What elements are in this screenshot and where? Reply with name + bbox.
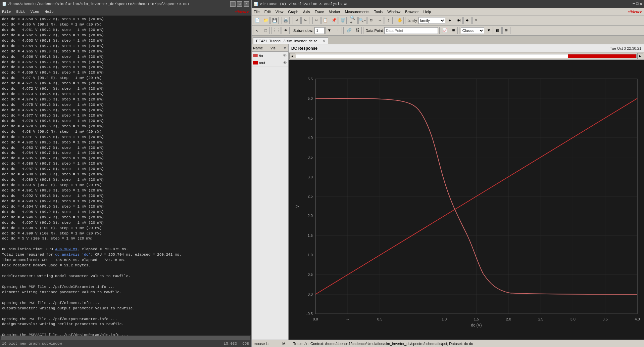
dc-line: dc: dc = 4.959 V (99.2 %), step = 1 mV (… bbox=[2, 17, 249, 22]
left-close-btn[interactable]: ✕ bbox=[244, 1, 249, 7]
right-menu-trace[interactable]: Trace bbox=[315, 10, 324, 14]
left-menu-edit[interactable]: Edit bbox=[16, 10, 25, 14]
tb-open-btn[interactable]: 📁 bbox=[262, 17, 270, 24]
right-minimize-btn[interactable]: ─ bbox=[633, 2, 635, 6]
right-menu-help[interactable]: Help bbox=[424, 10, 431, 14]
left-menu-file[interactable]: File bbox=[2, 10, 11, 14]
tb-zoom-out-btn[interactable]: 🔍- bbox=[358, 17, 366, 24]
right-menu-measurements[interactable]: Measurements bbox=[345, 10, 369, 14]
tb-zoom-y-btn[interactable]: ↕ bbox=[385, 17, 393, 24]
left-bottombar: 19 plot new graph subwindow L5,033 C58 bbox=[0, 340, 251, 347]
right-menubar: File Edit View Graph Axis Trace Marker M… bbox=[252, 8, 644, 15]
tb-view-btn2[interactable]: ⊟ bbox=[502, 27, 510, 34]
right-maximize-btn[interactable]: □ bbox=[636, 2, 639, 6]
left-menu-view[interactable]: View bbox=[31, 10, 39, 14]
right-menu-window[interactable]: Window bbox=[387, 10, 400, 14]
tb-delete-btn[interactable]: 🗑️ bbox=[339, 17, 347, 24]
dc-analysis-link[interactable]: dc_analysis 'dc' bbox=[55, 253, 91, 257]
svg-text:--: -- bbox=[346, 317, 349, 321]
tb-zoom-fit-btn[interactable]: ⊡ bbox=[367, 17, 375, 24]
left-panel: 🗒️ /home/abenok1/cadence/simulation/sim_… bbox=[0, 0, 252, 347]
left-minimize-btn[interactable]: ─ bbox=[230, 1, 236, 7]
nav-track[interactable] bbox=[296, 54, 637, 58]
tab-ee421[interactable]: EE421_Tutorial_3 sim_inverter_dc sc... ✕ bbox=[253, 37, 328, 44]
tb-zoom-in-btn[interactable]: 🔍+ bbox=[350, 17, 358, 24]
signal-out-vis-icon[interactable]: 👁 bbox=[283, 60, 287, 65]
family-label: family bbox=[407, 18, 417, 23]
tb-sep-3 bbox=[311, 17, 311, 24]
tb-grid-btn[interactable]: ⋮⋮ bbox=[273, 27, 281, 34]
right-menu-file[interactable]: File bbox=[254, 10, 260, 14]
tb-unlink-btn[interactable]: ⛓ bbox=[354, 27, 362, 34]
tb-pan-btn[interactable]: ✋ bbox=[396, 17, 404, 24]
nav-left-btn[interactable]: ◀ bbox=[289, 53, 295, 59]
nav-right-btn[interactable]: ▶ bbox=[637, 53, 643, 59]
tb-paste-btn[interactable]: 📌 bbox=[330, 17, 338, 24]
tab-close-btn[interactable]: ✕ bbox=[323, 39, 325, 43]
signal-header: Name Vis ▼ bbox=[252, 44, 288, 52]
tb-print-btn[interactable]: 🖨️ bbox=[282, 17, 290, 24]
svg-text:5.0: 5.0 bbox=[308, 96, 313, 100]
right-panel: 📊 Virtuoso (R) Visualization & Analysis … bbox=[252, 0, 644, 347]
left-scrollbar-h[interactable] bbox=[0, 336, 251, 340]
tb-zoom-x-btn[interactable]: ↔ bbox=[376, 17, 384, 24]
tb-link-btn[interactable]: 🔗 bbox=[345, 27, 353, 34]
tb-cursor-btn[interactable]: ↖ bbox=[253, 27, 261, 34]
dc-line: dc: dc = 4.974 V (99.5 %), step = 1 mV (… bbox=[2, 97, 249, 102]
left-maximize-btn[interactable]: □ bbox=[237, 1, 242, 7]
data-point-input[interactable] bbox=[384, 27, 438, 34]
tb-chart-btn[interactable]: 📈 bbox=[441, 27, 449, 34]
svg-text:2.0: 2.0 bbox=[308, 214, 313, 218]
tb-classic-more-btn[interactable]: ▼ bbox=[485, 27, 493, 34]
signal-out-color bbox=[253, 61, 258, 64]
tb-family-btn3[interactable]: ⏭ bbox=[463, 17, 472, 24]
signal-in-color bbox=[253, 54, 258, 57]
tb-sep-1 bbox=[280, 17, 280, 24]
right-menu-graph[interactable]: Graph bbox=[288, 10, 298, 14]
dc-line: dc: dc = 4.993 V (99.9 %), step = 1 mV (… bbox=[2, 199, 249, 204]
tb-more-btn[interactable]: » bbox=[472, 17, 480, 24]
classic-select[interactable]: Classic bbox=[461, 27, 484, 34]
dc-line: dc: dc = 4.961 V (99.2 %), step = 1 mV (… bbox=[2, 28, 249, 33]
tb-redo-btn[interactable]: ↪ bbox=[301, 17, 309, 24]
plot-svg[interactable]: -0.5 0.0 0.5 1.0 1.5 2.0 2.5 3.0 3.5 4.0… bbox=[289, 60, 644, 340]
signal-out-item[interactable]: /out 👁 bbox=[252, 59, 288, 67]
tb-sub-arrow-btn[interactable]: ▼ bbox=[325, 27, 333, 34]
left-content[interactable]: dc: dc = 4.959 V (99.2 %), step = 1 mV (… bbox=[0, 15, 251, 336]
tb-family-btn1[interactable]: ▶ bbox=[446, 17, 454, 24]
subwindow-input[interactable] bbox=[314, 27, 325, 34]
tb-select-btn[interactable]: ⬚ bbox=[262, 27, 270, 34]
left-titlebar: 🗒️ /home/abenok1/cadence/simulation/sim_… bbox=[0, 0, 251, 8]
tb-table-btn[interactable]: ⊞ bbox=[450, 27, 458, 34]
signal-in-item[interactable]: /in 👁 bbox=[252, 52, 288, 59]
tb-cut-btn[interactable]: ✂ bbox=[312, 17, 320, 24]
bottom-coords: L5,033 C58 bbox=[224, 342, 249, 346]
right-menu-edit[interactable]: Edit bbox=[264, 10, 271, 14]
hscroll-track[interactable] bbox=[1, 336, 250, 340]
tb-snap-btn[interactable]: ⊕ bbox=[282, 27, 290, 34]
dc-line: dc: dc = 4.967 V (99.3 %), step = 1 mV (… bbox=[2, 60, 249, 65]
tb-new-btn[interactable]: 📄 bbox=[253, 17, 261, 24]
dc-line: dc: dc = 4.984 V (99.7 %), step = 1 mV (… bbox=[2, 150, 249, 156]
svg-text:1.0: 1.0 bbox=[442, 317, 447, 321]
signal-in-vis-icon[interactable]: 👁 bbox=[283, 53, 287, 58]
tb-undo-btn[interactable]: ↩ bbox=[293, 17, 301, 24]
tb-copy-btn[interactable]: 📋 bbox=[321, 17, 329, 24]
svg-text:3.5: 3.5 bbox=[308, 155, 313, 159]
right-menu-axis[interactable]: Axis bbox=[303, 10, 310, 14]
signal-filter-btn[interactable]: ▼ bbox=[283, 46, 287, 50]
dc-line: dc: dc = 4.971 V (99.4 %), step = 1 mV (… bbox=[2, 81, 249, 86]
family-select[interactable]: family bbox=[418, 17, 445, 24]
right-menu-tools[interactable]: Tools bbox=[374, 10, 383, 14]
svg-text:dc (V): dc (V) bbox=[471, 323, 482, 328]
right-menu-view[interactable]: View bbox=[276, 10, 284, 14]
right-menu-marker[interactable]: Marker bbox=[329, 10, 340, 14]
tb-add-sub-btn[interactable]: + bbox=[334, 27, 342, 34]
left-menu-help[interactable]: Help bbox=[45, 10, 53, 14]
tb-family-btn2[interactable]: ⏮ bbox=[455, 17, 463, 24]
tb-view-btn1[interactable]: ◧ bbox=[494, 27, 502, 34]
cpu-time-link[interactable]: 436.309 ms bbox=[55, 247, 77, 251]
right-close-btn[interactable]: ✕ bbox=[640, 2, 642, 6]
tb-save-btn[interactable]: 💾 bbox=[270, 17, 279, 24]
right-menu-browser[interactable]: Browser bbox=[405, 10, 418, 14]
